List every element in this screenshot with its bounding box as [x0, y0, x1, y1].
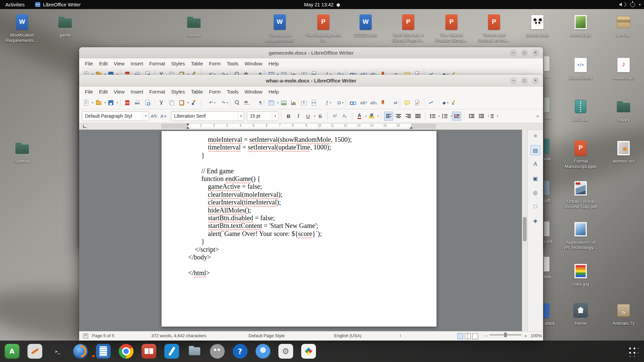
navigator-icon[interactable]: ◎ — [530, 187, 540, 197]
firefox-icon[interactable] — [72, 344, 88, 359]
maximize-button[interactable]: □ — [521, 49, 528, 56]
toolbar-button[interactable] — [424, 99, 424, 106]
menu-item[interactable]: Tools — [224, 88, 241, 96]
menu-item[interactable]: Edit — [96, 88, 111, 96]
open-button[interactable] — [94, 98, 103, 107]
menu-item[interactable]: Form — [206, 60, 224, 67]
zoom-level[interactable]: 100% — [531, 333, 542, 338]
focused-app-menu[interactable]: LibreOffice Writer — [35, 2, 80, 7]
toolbar-button[interactable] — [264, 99, 264, 106]
styles-icon[interactable]: A — [530, 159, 540, 169]
desktop-icon-partial[interactable]: ts.... — [544, 56, 558, 79]
minimize-button[interactable]: − — [510, 49, 517, 56]
selection-mode-indicator[interactable]: I — [400, 333, 401, 338]
gallery-icon[interactable]: ▣ — [530, 173, 540, 183]
insert-page-break-button[interactable] — [309, 98, 318, 107]
clock-menu[interactable]: May 21 13:42 — [304, 2, 340, 7]
zoom-in-button[interactable]: + — [524, 333, 527, 339]
desktop-icon-partial[interactable]: .docx — [544, 303, 558, 326]
new-style-button[interactable]: A+ — [159, 112, 168, 121]
insert-cross-reference-button[interactable]: ⇄ — [388, 98, 397, 107]
document-page[interactable]: moleInterval = setInterval(showRandomMol… — [161, 131, 437, 327]
insert-comment-button[interactable] — [402, 98, 412, 107]
export-pdf-button[interactable] — [123, 98, 132, 107]
files-icon[interactable] — [186, 344, 202, 359]
underline-button[interactable]: U — [304, 112, 313, 121]
startup-disk-utility-icon[interactable] — [27, 344, 43, 359]
menu-item[interactable]: View — [111, 88, 127, 96]
show-draw-functions-button[interactable] — [449, 98, 458, 107]
toolbar-button[interactable] — [154, 99, 155, 106]
document-line[interactable]: timeInterval = setInterval(updateTime, 1… — [162, 143, 436, 151]
document-line[interactable]: </body> — [162, 253, 436, 261]
chrome-icon[interactable] — [118, 344, 134, 359]
libreoffice-writer-icon[interactable] — [95, 344, 111, 359]
toolbar-overflow-button[interactable]: » — [535, 113, 540, 119]
no-list-button[interactable] — [452, 112, 461, 121]
paragraph-style-select[interactable]: Default Paragraph Styl ▾ — [82, 111, 149, 121]
font-name-select[interactable]: Liberation Serif ▾ — [171, 111, 244, 121]
toolbar-button[interactable] — [230, 99, 230, 106]
unordered-list-button[interactable] — [428, 112, 437, 121]
menu-item[interactable]: Insert — [127, 88, 146, 96]
title-bar[interactable]: whac-a-mole.docx - LibreOffice Writer − … — [79, 75, 543, 86]
document-line[interactable]: clearInterval(moleInterval); — [162, 191, 436, 198]
toolbar-button[interactable] — [120, 99, 120, 106]
activities-button[interactable]: Activities — [3, 1, 26, 8]
single-page-view-button[interactable] — [458, 333, 463, 339]
left-indent-marker[interactable] — [186, 127, 190, 129]
chromium-icon[interactable] — [255, 344, 271, 359]
ordered-list-button[interactable] — [440, 112, 449, 121]
undo-button[interactable]: ↶ — [204, 98, 213, 107]
insert-field-button[interactable]: ƒ — [319, 98, 328, 107]
line-spacing-button[interactable] — [486, 112, 495, 121]
help-icon[interactable]: ? — [232, 344, 248, 359]
page-deck-icon[interactable]: □ — [530, 201, 540, 212]
toolbar-button[interactable] — [201, 99, 201, 106]
menu-item[interactable]: Help — [265, 60, 282, 67]
document-line[interactable]: clearInterval(timeInterval); — [162, 198, 436, 206]
save-button[interactable] — [106, 98, 115, 107]
menu-item[interactable]: Table — [188, 88, 206, 96]
print-preview-button[interactable] — [143, 98, 152, 107]
font-size-select[interactable]: 15 pt ▾ — [247, 111, 278, 121]
menu-item[interactable]: Window — [241, 88, 265, 96]
document-line[interactable]: moleInterval = setInterval(showRandomMol… — [162, 136, 436, 143]
document-view[interactable]: moleInterval = setInterval(showRandomMol… — [79, 130, 522, 331]
document-line[interactable]: startBtn.disabled = false; — [162, 214, 436, 222]
document-line[interactable]: hideAllMoles(); — [162, 206, 436, 214]
maximize-button[interactable]: □ — [521, 77, 528, 84]
print-button[interactable] — [133, 98, 142, 107]
new-document-button[interactable] — [82, 98, 91, 107]
close-button[interactable]: × — [532, 49, 539, 56]
document-line[interactable]: gameActive = false; — [162, 183, 436, 190]
basic-shapes-button[interactable]: ◆ — [437, 98, 446, 107]
align-center-button[interactable] — [394, 112, 403, 121]
minimize-button[interactable]: − — [510, 77, 517, 84]
insert-hyperlink-button[interactable] — [348, 98, 357, 107]
word-count[interactable]: 372 words, 4,642 characters — [151, 333, 206, 338]
menu-item[interactable]: Tools — [224, 60, 241, 67]
align-right-button[interactable] — [404, 112, 413, 121]
menu-item[interactable]: File — [82, 60, 96, 67]
copy-button[interactable] — [167, 98, 176, 107]
gimp-icon[interactable] — [209, 344, 225, 359]
desktop-icon-partial[interactable]: nior — [544, 98, 558, 120]
menu-item[interactable]: Form — [206, 88, 224, 96]
zoom-out-button[interactable]: − — [485, 333, 487, 339]
document-line[interactable]: </script> — [162, 246, 436, 253]
menu-item[interactable]: Insert — [127, 60, 146, 67]
first-line-indent-marker[interactable] — [186, 124, 190, 126]
insert-image-button[interactable] — [279, 98, 288, 107]
menu-item[interactable]: File — [82, 88, 96, 96]
chevron-down-icon[interactable]: ▾ — [143, 112, 149, 121]
document-line[interactable]: } — [162, 152, 436, 159]
desktop-icon-partial[interactable]: tion. — [544, 257, 558, 279]
properties-icon[interactable]: ▤ — [530, 145, 540, 155]
chevron-down-icon[interactable]: ▾ — [272, 112, 278, 121]
find-replace-button[interactable] — [232, 98, 241, 107]
document-line[interactable]: alert(`Game Over! Your score: ${score}`)… — [162, 230, 436, 238]
menu-item[interactable]: Styles — [168, 60, 188, 67]
insert-line-button[interactable] — [427, 98, 436, 107]
document-line[interactable]: startBtn.textContent = 'Start New Game'; — [162, 222, 436, 230]
